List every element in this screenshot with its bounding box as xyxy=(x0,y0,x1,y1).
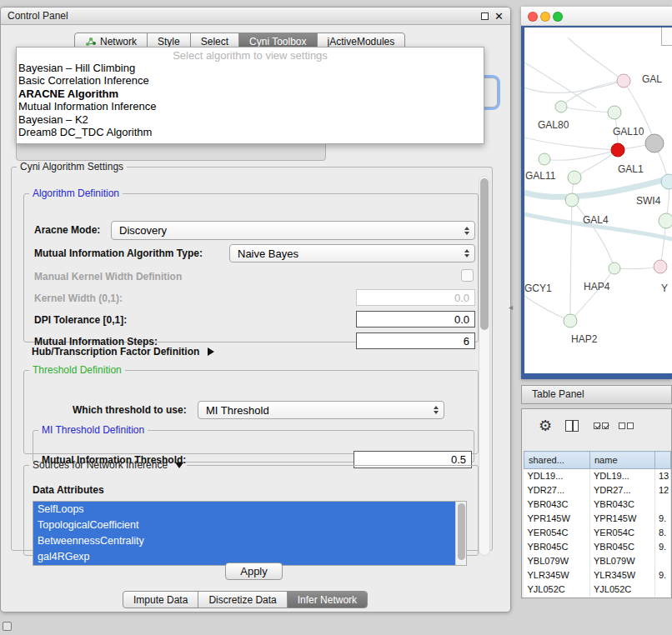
close-window-icon[interactable]: ✕ xyxy=(494,8,504,25)
network-node[interactable] xyxy=(617,74,630,88)
checked-boxes-icon[interactable] xyxy=(594,422,609,429)
table-cell[interactable]: YPR145W xyxy=(524,512,590,526)
minimize-traffic-light-icon[interactable] xyxy=(540,12,550,22)
table-row[interactable]: YJL052CYJL052C xyxy=(524,582,671,597)
table-row[interactable]: YLR345WYLR345W9. xyxy=(524,568,671,582)
table-row[interactable]: YBR043CYBR043C xyxy=(524,498,671,512)
panel-collapse-handle[interactable]: ◂ xyxy=(509,302,513,312)
tab-label: Impute Data xyxy=(133,594,188,606)
zoom-traffic-light-icon[interactable] xyxy=(553,12,563,22)
node-label: SWI4 xyxy=(636,195,661,207)
sources-group-title[interactable]: Sources for Network Inference xyxy=(29,459,187,471)
tab-impute-data[interactable]: Impute Data xyxy=(123,592,198,608)
column-header[interactable] xyxy=(655,452,671,469)
tab-discretize-data[interactable]: Discretize Data xyxy=(198,592,287,608)
network-node[interactable] xyxy=(565,193,579,207)
tab-label: Style xyxy=(158,36,180,48)
network-canvas[interactable]: GALGAL80GAL10GAL1GAL11SWI4GAL4GCY1HAP4YH… xyxy=(521,26,672,379)
tab-infer-network[interactable]: Infer Network xyxy=(288,592,367,608)
table-row[interactable]: YPR145WYPR145W9. xyxy=(524,512,671,526)
table-cell[interactable]: YJL052C xyxy=(590,582,655,597)
attributes-scrollbar[interactable] xyxy=(455,502,466,565)
table-row[interactable]: YDR27...YDR27...12 xyxy=(524,483,671,498)
algorithm-option[interactable]: Basic Correlation Inference xyxy=(17,74,484,87)
algorithm-option[interactable]: Dream8 DC_TDC Algorithm xyxy=(17,126,484,138)
close-traffic-light-icon[interactable] xyxy=(528,12,538,22)
network-node[interactable] xyxy=(654,260,667,273)
table-cell[interactable]: YBL079W xyxy=(590,554,655,568)
aracne-mode-select[interactable]: Discovery xyxy=(111,221,475,240)
column-header[interactable]: shared... xyxy=(524,452,590,469)
algorithm-option[interactable]: Bayesian – Hill Climbing xyxy=(17,62,484,74)
table-panel-titlebar[interactable]: Table Panel xyxy=(521,385,672,404)
table-cell[interactable]: YDR27... xyxy=(524,483,590,498)
column-header[interactable]: name xyxy=(590,452,655,469)
table-cell[interactable]: YBL079W xyxy=(524,554,590,568)
algorithm-option[interactable]: Bayesian – K2 xyxy=(17,113,484,126)
network-node[interactable] xyxy=(608,106,621,119)
network-node[interactable] xyxy=(609,262,620,274)
table-cell[interactable]: 9. xyxy=(655,512,671,526)
table-cell[interactable]: YDL19... xyxy=(524,469,590,483)
table-cell[interactable]: 13 xyxy=(655,469,671,483)
table-cell[interactable]: 12 xyxy=(655,483,671,498)
table-row[interactable]: YBR045CYBR045C9. xyxy=(524,540,671,554)
table-cell[interactable]: YLR345W xyxy=(524,568,590,582)
mi-threshold-group-title: MI Threshold Definition xyxy=(38,424,148,436)
table-cell[interactable]: YJL052C xyxy=(524,582,590,597)
bottom-left-panel-icon[interactable] xyxy=(3,622,12,631)
attribute-list-item[interactable]: SelfLoops xyxy=(33,502,455,518)
network-scrollbar[interactable] xyxy=(661,28,672,46)
gear-icon[interactable]: ⚙ xyxy=(539,417,552,435)
apply-button[interactable]: Apply xyxy=(225,562,283,580)
network-node[interactable] xyxy=(564,314,577,328)
network-node[interactable] xyxy=(611,143,624,157)
network-node[interactable] xyxy=(539,153,550,165)
table-row[interactable]: YER054CYER054C8. xyxy=(524,526,671,540)
network-node[interactable] xyxy=(661,174,672,189)
hub-definition-expander[interactable]: Hub/Transcription Factor Definition xyxy=(32,346,214,358)
table-cell[interactable]: YLR345W xyxy=(590,568,655,582)
table-body: YDL19...YDL19...13YDR27...YDR27...12YBR0… xyxy=(524,469,671,597)
table-cell[interactable]: 8. xyxy=(655,526,671,540)
settings-scrollbar[interactable] xyxy=(479,176,490,556)
which-threshold-select[interactable]: MI Threshold xyxy=(198,401,444,419)
unchecked-boxes-icon[interactable] xyxy=(619,422,634,429)
table-cell[interactable]: 9. xyxy=(655,540,671,554)
table-cell[interactable]: YBR045C xyxy=(524,540,590,554)
mi-type-select[interactable]: Naive Bayes xyxy=(229,244,475,262)
mi-steps-field[interactable]: 6 xyxy=(356,332,475,349)
table-cell[interactable]: 9. xyxy=(655,568,671,582)
algorithm-option[interactable]: ARACNE Algorithm xyxy=(17,88,484,100)
table-cell[interactable] xyxy=(655,554,671,568)
table-cell[interactable]: YPR145W xyxy=(590,512,655,526)
network-node[interactable] xyxy=(659,213,672,228)
table-row[interactable]: YDL19...YDL19...13 xyxy=(524,469,671,483)
table-cell[interactable]: YBR043C xyxy=(590,498,655,512)
control-panel-titlebar[interactable]: Control Panel ✕ xyxy=(1,8,510,25)
algorithm-option[interactable]: Mutual Information Inference xyxy=(17,100,484,112)
network-node[interactable] xyxy=(555,101,567,112)
attribute-list-item[interactable]: TopologicalCoefficient xyxy=(33,518,455,533)
settings-scrollbar-thumb[interactable] xyxy=(480,178,489,330)
network-titlebar[interactable] xyxy=(521,7,672,26)
table-cell[interactable] xyxy=(655,498,671,512)
columns-icon[interactable] xyxy=(565,420,579,432)
float-window-icon[interactable] xyxy=(481,12,489,20)
table-cell[interactable]: YER054C xyxy=(590,526,655,540)
kernel-width-field[interactable]: 0.0 xyxy=(356,289,475,306)
table-cell[interactable]: YDR27... xyxy=(590,483,655,498)
network-node[interactable] xyxy=(568,171,581,184)
table-cell[interactable] xyxy=(655,582,671,597)
attribute-list-item[interactable]: BetweennessCentrality xyxy=(33,533,455,549)
network-node[interactable] xyxy=(645,134,664,152)
mi-type-value: Naive Bayes xyxy=(238,248,464,260)
table-row[interactable]: YBL079WYBL079W xyxy=(524,554,671,568)
dpi-tolerance-field[interactable]: 0.0 xyxy=(356,311,475,328)
attributes-scrollbar-thumb[interactable] xyxy=(458,503,465,560)
table-cell[interactable]: YDL19... xyxy=(590,469,655,483)
table-cell[interactable]: YBR043C xyxy=(524,498,590,512)
table-cell[interactable]: YBR045C xyxy=(590,540,655,554)
table-cell[interactable]: YER054C xyxy=(524,526,590,540)
manual-kernel-checkbox[interactable] xyxy=(461,269,474,282)
